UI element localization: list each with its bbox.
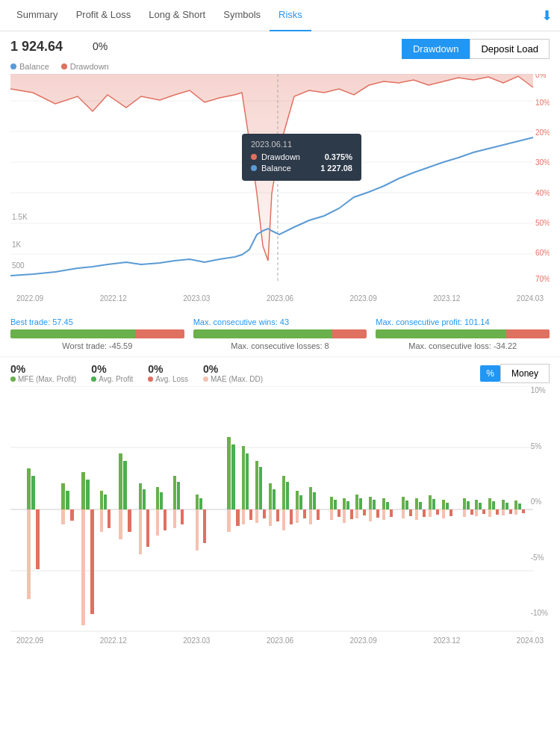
- svg-rect-69: [255, 509, 258, 523]
- svg-rect-77: [282, 509, 285, 530]
- svg-rect-89: [330, 509, 333, 520]
- svg-rect-101: [369, 509, 372, 521]
- bar-red-3: [506, 329, 550, 338]
- svg-rect-134: [492, 501, 495, 509]
- svg-rect-141: [514, 509, 517, 515]
- navigation: Summary Profit & Loss Long & Short Symbo…: [0, 0, 560, 31]
- svg-rect-34: [86, 480, 90, 509]
- mfe-section: 0% MFE (Max. Profit) 0% Avg. Profit 0% A…: [0, 356, 560, 645]
- svg-rect-107: [390, 509, 393, 517]
- svg-rect-121: [442, 509, 445, 518]
- svg-rect-129: [475, 509, 478, 516]
- svg-text:1K: 1K: [12, 241, 22, 249]
- svg-rect-27: [36, 509, 40, 569]
- pct-mae: 0% MAE (Max. DD): [203, 363, 263, 383]
- chart-legend: Balance Drawdown: [10, 62, 550, 71]
- chart2-yaxis: 10% 5% 0% -5% -10%: [531, 386, 548, 617]
- svg-rect-61: [227, 509, 231, 532]
- svg-rect-108: [402, 497, 405, 509]
- download-icon[interactable]: ⬇: [541, 7, 553, 24]
- max-loss-label: Max. consecutive loss: -34.22: [376, 341, 550, 350]
- svg-rect-74: [273, 489, 276, 509]
- svg-rect-51: [164, 509, 167, 530]
- svg-rect-116: [429, 495, 432, 509]
- svg-rect-132: [488, 498, 491, 509]
- mae-dot: [203, 376, 208, 382]
- svg-rect-37: [100, 509, 103, 532]
- svg-rect-71: [263, 509, 266, 518]
- svg-rect-64: [242, 446, 245, 509]
- svg-rect-28: [61, 483, 65, 509]
- svg-rect-41: [119, 509, 122, 539]
- svg-rect-49: [156, 509, 159, 536]
- svg-rect-113: [415, 509, 418, 520]
- svg-rect-124: [463, 498, 466, 509]
- nav-risks[interactable]: Risks: [270, 0, 311, 31]
- svg-rect-57: [196, 509, 199, 551]
- svg-rect-142: [518, 503, 521, 509]
- svg-text:70%: 70%: [535, 275, 550, 283]
- svg-text:30%: 30%: [535, 158, 550, 167]
- svg-rect-98: [359, 498, 362, 509]
- svg-rect-91: [337, 509, 340, 517]
- svg-rect-75: [276, 509, 279, 521]
- svg-rect-143: [522, 509, 525, 513]
- nav-summary[interactable]: Summary: [7, 0, 67, 31]
- svg-rect-118: [432, 499, 435, 509]
- pct-avg-loss: 0% Avg. Loss: [148, 363, 188, 383]
- nav-symbols[interactable]: Symbols: [214, 0, 270, 31]
- svg-rect-125: [463, 509, 466, 517]
- pct-btn[interactable]: %: [480, 365, 500, 382]
- svg-rect-126: [467, 501, 470, 509]
- svg-rect-130: [479, 503, 482, 509]
- bar-green-2: [193, 329, 332, 338]
- svg-rect-133: [488, 509, 491, 517]
- svg-rect-65: [242, 509, 245, 524]
- drawdown-section: 1 924.64 0% Drawdown Deposit Load Balanc…: [0, 31, 560, 310]
- stat-best-trade: Best trade: 57.45 Worst trade: -45.59: [10, 317, 189, 350]
- svg-rect-52: [173, 476, 176, 509]
- chart-svg: 1.5K 1K 500 0% 10% 20% 30% 40% 50% 60% 7…: [10, 74, 550, 291]
- max-wins-label: Max. consecutive wins: 43: [193, 317, 367, 326]
- svg-rect-131: [482, 509, 485, 514]
- svg-text:0%: 0%: [535, 74, 547, 79]
- svg-rect-59: [203, 509, 206, 543]
- worst-trade-label: Worst trade: -45.59: [10, 341, 184, 350]
- bar-red: [136, 329, 184, 338]
- svg-rect-39: [108, 509, 111, 528]
- svg-rect-99: [363, 509, 366, 515]
- svg-rect-120: [442, 500, 445, 509]
- svg-rect-76: [282, 476, 285, 509]
- svg-rect-73: [269, 509, 272, 526]
- svg-rect-68: [255, 461, 258, 509]
- nav-profit-loss[interactable]: Profit & Loss: [67, 0, 140, 31]
- chart2-svg: [10, 386, 541, 633]
- svg-rect-84: [309, 487, 312, 509]
- svg-rect-33: [81, 509, 85, 625]
- avg-profit-dot: [91, 376, 96, 382]
- svg-rect-128: [475, 500, 478, 509]
- svg-rect-135: [496, 509, 499, 515]
- svg-rect-40: [119, 453, 122, 509]
- svg-rect-46: [143, 489, 146, 509]
- best-trade-label: Best trade: 57.45: [10, 317, 184, 326]
- svg-rect-110: [405, 500, 408, 509]
- svg-rect-60: [227, 437, 231, 509]
- chart1-xaxis: 2022.09 2022.12 2023.03 2023.06 2023.09 …: [10, 294, 550, 303]
- drawdown-btn[interactable]: Drawdown: [402, 39, 470, 59]
- svg-rect-103: [376, 509, 379, 518]
- svg-rect-100: [369, 497, 372, 509]
- svg-rect-111: [409, 509, 412, 516]
- drawdown-legend: Drawdown: [61, 62, 109, 71]
- deposit-load-btn[interactable]: Deposit Load: [470, 39, 550, 59]
- money-btn[interactable]: Money: [500, 364, 550, 383]
- max-losses-label: Max. consecutive losses: 8: [193, 341, 367, 350]
- svg-text:500: 500: [12, 261, 25, 270]
- svg-rect-106: [386, 502, 389, 509]
- svg-rect-102: [373, 500, 376, 509]
- svg-rect-97: [355, 509, 358, 518]
- nav-long-short[interactable]: Long & Short: [140, 0, 214, 31]
- svg-rect-92: [343, 498, 346, 509]
- svg-rect-63: [236, 509, 240, 526]
- svg-rect-136: [502, 500, 505, 509]
